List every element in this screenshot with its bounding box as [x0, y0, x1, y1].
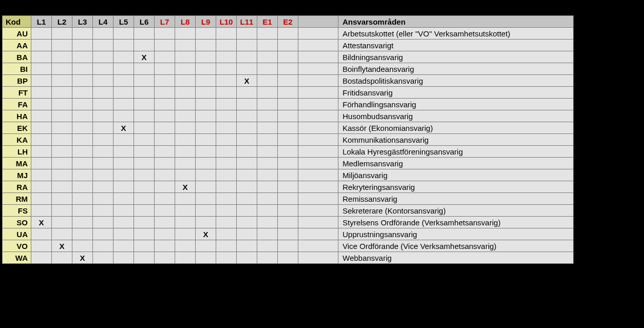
col-header-l7: L7 — [155, 16, 175, 28]
cell-l5 — [113, 134, 134, 146]
cell-l8 — [175, 193, 196, 205]
row-kod: LH — [3, 146, 31, 158]
cell-spacer — [298, 146, 338, 158]
col-header-l9: L9 — [196, 16, 216, 28]
cell-e2 — [278, 205, 298, 217]
cell-l5 — [113, 110, 134, 122]
cell-l5 — [113, 205, 134, 217]
cell-l10 — [216, 228, 237, 240]
cell-l6 — [134, 99, 155, 110]
cell-l7 — [155, 87, 175, 99]
cell-l11 — [237, 158, 257, 169]
cell-e2 — [278, 122, 298, 134]
row-desc: Rekryteringsansvarig — [338, 181, 574, 193]
responsibility-table: KodL1L2L3L4L5L6L7L8L9L10L11E1E2Ansvarsom… — [2, 15, 574, 264]
cell-l2 — [52, 75, 72, 87]
cell-l2 — [52, 169, 72, 181]
cell-spacer — [298, 228, 338, 240]
col-header-l1: L1 — [31, 16, 52, 28]
cell-l8 — [175, 110, 196, 122]
cell-l10 — [216, 99, 237, 110]
cell-l9 — [196, 134, 216, 146]
cell-l11 — [237, 63, 257, 75]
cell-l11 — [237, 169, 257, 181]
cell-l8 — [175, 205, 196, 217]
cell-l10 — [216, 240, 237, 252]
cell-l11 — [237, 205, 257, 217]
table-row: WAXWebbansvarig — [3, 252, 574, 264]
cell-l10 — [216, 217, 237, 228]
cell-l4 — [93, 217, 113, 228]
cell-e1 — [257, 158, 278, 169]
cell-l1 — [31, 63, 52, 75]
row-kod: RM — [3, 193, 31, 205]
cell-l8 — [175, 75, 196, 87]
cell-l9 — [196, 181, 216, 193]
cell-l10 — [216, 40, 237, 51]
row-desc: Husombudsansvarig — [338, 110, 574, 122]
cell-e1 — [257, 146, 278, 158]
table-row: AUArbetsutskottet (eller "VO" Verksamhet… — [3, 28, 574, 40]
cell-l3 — [72, 146, 93, 158]
cell-l7 — [155, 158, 175, 169]
row-desc: Miljöansvarig — [338, 169, 574, 181]
cell-l4 — [93, 158, 113, 169]
cell-l5 — [113, 228, 134, 240]
cell-l1 — [31, 158, 52, 169]
row-kod: BI — [3, 63, 31, 75]
row-kod: BP — [3, 75, 31, 87]
cell-l2 — [52, 193, 72, 205]
col-header-e2: E2 — [278, 16, 298, 28]
cell-e2 — [278, 134, 298, 146]
col-header-kod: Kod — [3, 16, 31, 28]
cell-l7 — [155, 51, 175, 63]
cell-l6 — [134, 122, 155, 134]
cell-l7 — [155, 181, 175, 193]
cell-e1 — [257, 51, 278, 63]
cell-l7 — [155, 134, 175, 146]
col-header-l3: L3 — [72, 16, 93, 28]
table-row: BPXBostadspolitiskansvarig — [3, 75, 574, 87]
table-row: FSSekreterare (Kontorsansvarig) — [3, 205, 574, 217]
cell-l4 — [93, 51, 113, 63]
cell-l1 — [31, 40, 52, 51]
cell-l5 — [113, 75, 134, 87]
cell-spacer — [298, 240, 338, 252]
cell-l8 — [175, 28, 196, 40]
cell-l10 — [216, 75, 237, 87]
cell-l3 — [72, 122, 93, 134]
cell-spacer — [298, 158, 338, 169]
cell-e2 — [278, 169, 298, 181]
cell-e1 — [257, 193, 278, 205]
cell-l8 — [175, 252, 196, 264]
cell-l2 — [52, 158, 72, 169]
cell-l10 — [216, 158, 237, 169]
cell-l4 — [93, 228, 113, 240]
cell-l6 — [134, 158, 155, 169]
cell-l1 — [31, 252, 52, 264]
row-kod: VO — [3, 240, 31, 252]
cell-l8 — [175, 51, 196, 63]
cell-l9 — [196, 158, 216, 169]
cell-l6 — [134, 252, 155, 264]
cell-l7 — [155, 99, 175, 110]
cell-l1 — [31, 122, 52, 134]
row-desc: Attestansvarigt — [338, 40, 574, 51]
cell-l8 — [175, 228, 196, 240]
cell-l6 — [134, 87, 155, 99]
cell-e2 — [278, 63, 298, 75]
cell-l1 — [31, 51, 52, 63]
row-desc: Webbansvarig — [338, 252, 574, 264]
cell-l6 — [134, 217, 155, 228]
row-kod: AU — [3, 28, 31, 40]
table-row: FTFritidsansvarig — [3, 87, 574, 99]
row-kod: FA — [3, 99, 31, 110]
cell-l11 — [237, 146, 257, 158]
row-kod: FS — [3, 205, 31, 217]
cell-l10 — [216, 110, 237, 122]
cell-spacer — [298, 75, 338, 87]
row-kod: RA — [3, 181, 31, 193]
cell-l11 — [237, 122, 257, 134]
cell-spacer — [298, 217, 338, 228]
cell-l7 — [155, 169, 175, 181]
